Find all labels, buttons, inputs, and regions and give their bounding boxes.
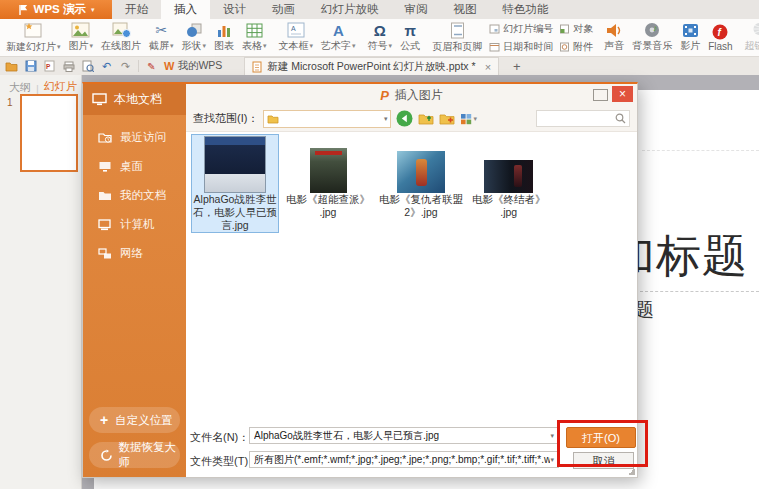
textbox-button[interactable]: A 文本框▾ [275, 19, 318, 56]
monitor-icon [92, 93, 107, 106]
my-wps-button[interactable]: W 我的WPS [164, 59, 222, 73]
view-mode-button[interactable]: ▾ [460, 113, 477, 125]
quick-access-toolbar: P ↶ ↷ ✎ W 我的WPS 新建 Microsoft PowerPoint … [0, 57, 759, 75]
data-recovery-button[interactable]: 数据恢复大师 [89, 442, 180, 468]
sidebar-item-recent[interactable]: 最近访问 [83, 123, 186, 152]
chevron-down-icon: ▾ [57, 43, 61, 51]
formula-button[interactable]: π 公式 [396, 19, 424, 56]
file-thumbnail [204, 136, 266, 193]
online-picture-icon [112, 22, 131, 38]
wordart-button[interactable]: A 艺术字▾ [317, 19, 360, 56]
open-button[interactable]: 打开(O) [566, 427, 636, 448]
chevron-down-icon: ▾ [550, 456, 554, 464]
sound-button[interactable]: 声音 [600, 19, 628, 56]
search-icon [615, 113, 626, 124]
online-picture-button[interactable]: 在线图片 [97, 19, 145, 56]
look-in-dropdown[interactable]: ▾ [263, 110, 391, 128]
app-titlebar: WPS 演示 ▾ 开始 插入 设计 动画 幻灯片放映 审阅 视图 特色功能 [0, 0, 759, 19]
tab-view[interactable]: 视图 [441, 0, 490, 19]
undo-icon[interactable]: ↶ [100, 60, 113, 73]
close-dialog-button[interactable]: × [612, 86, 633, 102]
wps-menu-label: WPS 演示 [34, 2, 86, 17]
document-tab[interactable]: 新建 Microsoft PowerPoint 幻灯片放映.pptx * × [244, 57, 499, 76]
subtitle-placeholder-border [640, 291, 759, 292]
shapes-button[interactable]: 形状▾ [178, 19, 211, 56]
background-music-icon: ♪ [644, 22, 661, 38]
picture-button[interactable]: 图片▾ [65, 19, 98, 56]
object-button[interactable]: 对象 [559, 22, 593, 36]
save-icon[interactable] [24, 60, 37, 73]
print-icon[interactable] [62, 60, 75, 73]
up-one-level-button[interactable] [418, 112, 434, 125]
sidebar-item-desktop[interactable]: 桌面 [83, 152, 186, 181]
sidebar-item-computer[interactable]: 计算机 [83, 210, 186, 239]
shapes-icon [185, 22, 203, 38]
wps-p-logo-icon: P [380, 88, 389, 103]
file-list: AlphaGo战胜李世 石，电影人早已预 言.jpg 电影《超能查派》 .jpg… [186, 132, 637, 423]
dialog-form: 文件名(N)： AlphaGo战胜李世石，电影人早已预言.jpg ▾ 打开(O)… [186, 423, 637, 477]
table-button[interactable]: 表格▾ [238, 19, 271, 56]
file-thumbnail [310, 148, 347, 193]
back-button[interactable] [396, 110, 413, 127]
filetype-dropdown[interactable]: 所有图片(*.emf;*.wmf;*.jpg;*.jpeg;*.jpe;*.pn… [249, 451, 559, 468]
file-thumbnail [484, 160, 533, 193]
tab-home[interactable]: 开始 [112, 0, 161, 19]
cancel-button[interactable]: 取消 [573, 452, 634, 469]
tab-animation[interactable]: 动画 [259, 0, 308, 19]
filename-input[interactable]: AlphaGo战胜李世石，电影人早已预言.jpg ▾ [249, 427, 559, 444]
tab-slideshow[interactable]: 幻灯片放映 [308, 0, 392, 19]
new-folder-button[interactable] [439, 112, 455, 125]
network-icon [98, 248, 112, 260]
file-item-alphago[interactable]: AlphaGo战胜李世 石，电影人早已预 言.jpg [191, 134, 279, 233]
flash-button[interactable]: f Flash [704, 19, 736, 56]
screenshot-button[interactable]: ✂ 截屏▾ [145, 19, 178, 56]
tab-features[interactable]: 特色功能 [490, 0, 562, 19]
pi-icon: π [404, 23, 415, 38]
close-tab-icon[interactable]: × [485, 61, 491, 73]
print-preview-icon[interactable] [81, 60, 94, 73]
slide-thumbnail[interactable] [20, 94, 78, 172]
redo-icon[interactable]: ↷ [119, 60, 132, 73]
sidebar-item-network[interactable]: 网络 [83, 239, 186, 268]
custom-location-button[interactable]: + 自定义位置 [89, 407, 180, 433]
hyperlink-icon [751, 22, 759, 38]
search-input[interactable] [536, 110, 630, 127]
sidebar-item-my-documents[interactable]: 我的文档 [83, 181, 186, 210]
slide-number-button[interactable]: 幻灯片编号 [489, 22, 553, 36]
dialog-sidebar: 本地文档 最近访问 桌面 我的文档 计算机 网络 + 自定义位置 [83, 84, 186, 477]
object-icon [559, 24, 570, 34]
datetime-button[interactable]: 日期和时间 [489, 40, 553, 54]
chart-button[interactable]: 图表 [210, 19, 238, 56]
resize-grip[interactable] [628, 468, 635, 475]
new-tab-button[interactable]: + [513, 59, 521, 74]
movie-button[interactable]: 影片 [676, 19, 704, 56]
header-footer-button[interactable]: 页眉和页脚 [428, 19, 486, 56]
panel-tab-divider: | [36, 83, 39, 95]
background-music-button[interactable]: ♪ 背景音乐 [628, 19, 676, 56]
file-item-avengers[interactable]: 电影《复仇者联盟 2》.jpg [377, 134, 465, 220]
tab-design[interactable]: 设计 [210, 0, 259, 19]
open-file-icon[interactable] [5, 60, 18, 73]
tab-insert[interactable]: 插入 [161, 0, 210, 19]
chevron-down-icon: ▾ [203, 42, 207, 50]
wps-menu-button[interactable]: WPS 演示 ▾ [0, 0, 112, 19]
chevron-down-icon: ▾ [310, 42, 314, 50]
file-item-terminator[interactable]: 电影《终结者》 .jpg [470, 134, 548, 220]
new-slide-button[interactable]: 新建幻灯片▾ [2, 19, 65, 56]
sidebar-item-local-docs[interactable]: 本地文档 [83, 84, 186, 115]
svg-text:A: A [291, 25, 296, 32]
attachment-button[interactable]: 附件 [559, 40, 593, 54]
dialog-title: 插入图片 [395, 87, 443, 104]
wps-w-icon: W [164, 60, 174, 72]
hyperlink-button: 超链接 [741, 19, 759, 56]
chevron-down-icon: ▾ [91, 6, 95, 14]
symbol-button[interactable]: Ω 符号▾ [364, 19, 397, 56]
chevron-down-icon: ▾ [263, 42, 267, 50]
export-pdf-icon[interactable]: P [43, 60, 56, 73]
file-item-chappie[interactable]: 电影《超能查派》 .jpg [284, 134, 372, 220]
tab-review[interactable]: 审阅 [392, 0, 441, 19]
dialog-titlebar: P 插入图片 × [186, 84, 637, 106]
customize-toolbar-icon[interactable]: ✎ [145, 60, 158, 73]
computer-icon [98, 219, 112, 231]
maximize-button[interactable] [593, 89, 608, 101]
